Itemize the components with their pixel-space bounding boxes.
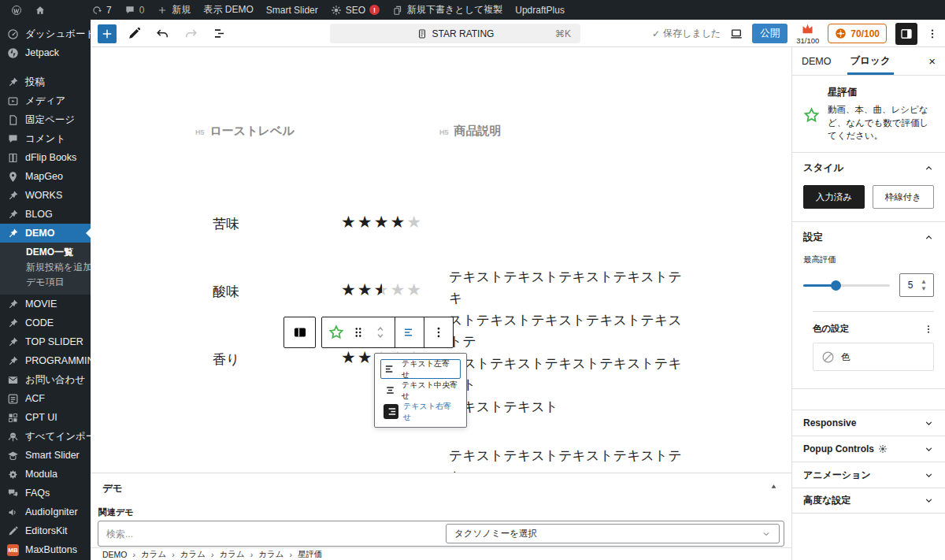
sidebar-item-pages[interactable]: 固定ページ — [0, 110, 91, 129]
close-sidebar-button[interactable]: × — [928, 54, 936, 68]
color-picker-row[interactable]: 色 — [813, 343, 934, 371]
move-up-down-buttons[interactable] — [371, 321, 390, 343]
sidebar-item-maxbuttons[interactable]: MBMaxButtons — [0, 540, 91, 559]
max-rating-input[interactable] — [900, 280, 921, 291]
sidebar-item-faqs[interactable]: FAQs — [0, 484, 91, 503]
sidebar-item-editorskit[interactable]: EditorsKit — [0, 521, 91, 540]
description-text-column[interactable]: テキストテキストテキストテキストテキ ストテキストテキストテキストテキストテ キ… — [449, 244, 685, 473]
adminbar-item-view-demo[interactable]: 表示 DEMO — [197, 0, 259, 20]
paragraph-block[interactable]: テキストテキストテキストテキストテキ ストテキストテキストテキストテキストテ キ… — [449, 266, 685, 418]
sidebar-item-top-slider[interactable]: TOP SLIDER — [0, 332, 91, 351]
demo-panel-title[interactable]: デモ — [102, 482, 123, 495]
sidebar-item-dflip-books[interactable]: dFlip Books — [0, 148, 91, 167]
rating-label-2[interactable]: 香り — [213, 348, 239, 369]
sidebar-item-comments[interactable]: コメント — [0, 129, 91, 148]
breadcrumb-item-5[interactable]: 星評価 — [298, 549, 323, 560]
adminbar-item-seo[interactable]: SEO! — [324, 0, 386, 20]
color-options-button[interactable] — [923, 324, 934, 335]
sidebar-item-cpt-ui[interactable]: CPT UI — [0, 408, 91, 427]
tab-demo[interactable]: DEMO — [792, 47, 841, 75]
rating-label-1[interactable]: 酸味 — [213, 280, 239, 301]
star-filled-icon[interactable]: ★ — [341, 348, 358, 367]
panel-collapse-button[interactable] — [769, 481, 779, 491]
star-filled-icon[interactable]: ★ — [358, 213, 374, 232]
star-filled-icon[interactable]: ★ — [390, 213, 406, 232]
breadcrumb-item-1[interactable]: カラム — [141, 549, 166, 560]
star-filled-icon[interactable]: ★ — [341, 280, 358, 299]
star-half-icon[interactable]: ★★ — [374, 280, 391, 299]
paragraph-block[interactable]: テキストテキストテキストテキストテキ ストテキストテキストテキストテキストテ キ… — [449, 445, 685, 473]
submenu-item-demo-2[interactable]: デモ項目 — [0, 275, 91, 290]
slider-thumb[interactable] — [831, 280, 841, 291]
sidebar-item-demo[interactable]: DEMO — [0, 224, 91, 243]
document-title-bar[interactable]: STAR RATING ⌘K — [330, 24, 580, 43]
settings-section-header[interactable]: 設定 — [803, 231, 934, 244]
align-option-left[interactable]: テキスト左寄せ — [380, 359, 461, 379]
sidebar-item-modula[interactable]: Modula — [0, 465, 91, 484]
number-stepper[interactable]: ▲▼ — [921, 279, 927, 292]
preview-button[interactable] — [729, 27, 743, 41]
sidebar-item-audioigniter[interactable]: AudioIgniter — [0, 503, 91, 521]
star-empty-icon[interactable]: ★ — [390, 280, 406, 299]
star-filled-icon[interactable]: ★ — [358, 348, 374, 367]
breadcrumb-item-4[interactable]: カラム — [258, 549, 284, 560]
adminbar-item-smart-slider[interactable]: Smart Slider — [260, 0, 324, 20]
star-rating-1[interactable]: ★★★★★★ — [341, 280, 423, 299]
submenu-item-demo-1[interactable]: 新規投稿を追加 — [0, 260, 91, 275]
adminbar-item-updates[interactable]: 7 — [85, 0, 118, 20]
options-menu-button[interactable] — [926, 28, 939, 40]
adminbar-item-home[interactable] — [28, 0, 52, 20]
sidebar-item-acf[interactable]: ACF — [0, 389, 91, 408]
select-columns-parent-button[interactable] — [284, 317, 316, 348]
rank-math-score[interactable]: 31/100 — [796, 22, 819, 45]
star-rating-block-button[interactable] — [327, 321, 346, 343]
rating-label-0[interactable]: 苦味 — [213, 213, 239, 233]
sidebar-item-works[interactable]: WORKS — [0, 186, 91, 205]
style-option-filled[interactable]: 入力済み — [803, 185, 865, 209]
star-rating-0[interactable]: ★★★★★ — [341, 213, 423, 232]
sidebar-item-import-all[interactable]: すべてインポート — [0, 427, 91, 446]
adminbar-item-comments[interactable]: 0 — [118, 0, 151, 20]
undo-button[interactable] — [151, 23, 173, 45]
section-popup-controls[interactable]: Popup Controls — [792, 436, 945, 462]
block-options-button[interactable] — [429, 321, 448, 343]
sidebar-item-blog[interactable]: BLOG — [0, 205, 91, 224]
breadcrumb-item-2[interactable]: カラム — [180, 549, 206, 560]
taxonomy-select[interactable]: タクソノミーを選択 — [446, 524, 780, 543]
star-filled-icon[interactable]: ★ — [358, 280, 374, 299]
max-rating-slider[interactable] — [803, 284, 890, 287]
breadcrumb-item-0[interactable]: DEMO — [102, 550, 128, 559]
section--[interactable]: 高度な設定 — [792, 488, 945, 514]
sidebar-item-media[interactable]: メディア — [0, 91, 91, 110]
align-option-right[interactable]: テキスト右寄せ — [380, 402, 461, 421]
section-responsive[interactable]: Responsive — [792, 410, 945, 436]
star-empty-icon[interactable]: ★ — [406, 213, 423, 232]
heading-roast-level[interactable]: H5 ローストレベル — [195, 124, 295, 139]
sidebar-item-dashboard[interactable]: ダッシュボード — [0, 24, 91, 43]
adminbar-item-updraftplus[interactable]: UpdraftPlus — [509, 0, 571, 20]
breadcrumb-item-3[interactable]: カラム — [220, 549, 245, 560]
drag-handle[interactable] — [349, 321, 368, 343]
sidebar-item-programming[interactable]: PROGRAMMING — [0, 351, 91, 370]
sidebar-item-jetpack[interactable]: Jetpack — [0, 43, 91, 62]
sidebar-item-contact[interactable]: お問い合わせ — [0, 370, 91, 389]
text-align-button[interactable] — [400, 321, 419, 343]
sidebar-item-movie[interactable]: MOVIE — [0, 295, 91, 313]
adminbar-item-new[interactable]: 新規 — [150, 0, 197, 20]
star-filled-icon[interactable]: ★ — [374, 213, 391, 232]
heading-product-description[interactable]: H5 商品説明 — [439, 124, 502, 139]
star-empty-icon[interactable]: ★ — [406, 280, 423, 299]
adminbar-item-wp-logo[interactable] — [5, 0, 28, 20]
star-filled-icon[interactable]: ★ — [341, 213, 358, 232]
align-option-center[interactable]: テキスト中央寄せ — [380, 380, 461, 400]
sidebar-item-posts[interactable]: 投稿 — [0, 72, 91, 91]
section--[interactable]: アニメーション — [792, 462, 945, 488]
sidebar-item-code[interactable]: CODE — [0, 313, 91, 332]
block-inserter-button[interactable] — [98, 24, 117, 43]
style-section-header[interactable]: スタイル — [803, 161, 934, 175]
aioseo-score[interactable]: 70/100 — [828, 24, 887, 43]
tab-block[interactable]: ブロック — [841, 47, 900, 75]
search-input[interactable] — [98, 521, 437, 546]
redo-button[interactable] — [180, 23, 202, 45]
list-view-button[interactable] — [208, 23, 230, 45]
